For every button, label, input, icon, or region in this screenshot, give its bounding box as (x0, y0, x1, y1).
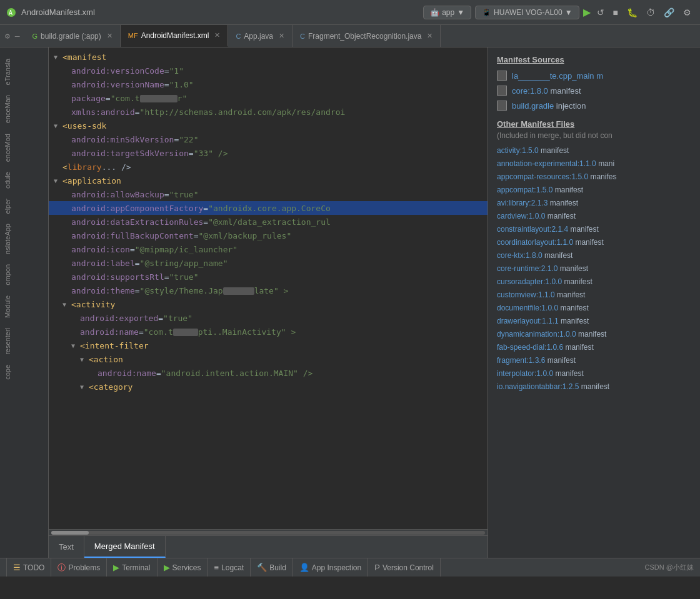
other-manifest-item[interactable]: customview:1.1.0 manifest (497, 289, 691, 300)
source-link-core[interactable]: core:1.8.0 (512, 86, 548, 96)
services-panel[interactable]: ▶ Services (158, 558, 208, 577)
sidebar-item-etransla[interactable]: eTransla (0, 54, 48, 90)
title-bar: A AndroidManifest.xml 🤖 app ▼ 📱 HUAWEI V… (0, 0, 700, 25)
profile-button[interactable]: ⏱ (644, 6, 658, 19)
inspection-icon: 👤 (299, 563, 309, 572)
tab-appjava[interactable]: C App.java ✕ (228, 25, 292, 47)
other-manifest-item[interactable]: interpolator:1.0.0 manifest (497, 368, 691, 379)
build-icon: 🔨 (257, 563, 267, 572)
tab-gradle[interactable]: G build.gradle (:app) ✕ (24, 25, 120, 47)
collapse-arrow[interactable]: ▼ (80, 384, 89, 390)
close-icon[interactable]: ✕ (427, 32, 432, 40)
toolbar: 🤖 app ▼ 📱 HUAWEI VOG-AL00 ▼ ▶ ↺ ■ 🐛 ⏱ 🔗 … (423, 6, 694, 19)
other-manifest-item[interactable]: appcompat:1.5.0 manifest (497, 184, 691, 196)
collapse-arrow[interactable]: ▼ (71, 342, 80, 349)
close-icon[interactable]: ✕ (214, 31, 220, 39)
other-manifest-item[interactable]: fragment:1.3.6 manifest (497, 355, 691, 366)
file-view-tabs: Text Merged Manifest (49, 535, 488, 558)
close-icon[interactable]: ✕ (279, 32, 284, 40)
logcat-panel[interactable]: ≡ Logcat (208, 558, 251, 577)
sidebar-item-compon[interactable]: ompon (0, 259, 48, 290)
sidebar-item-elper[interactable]: elper (0, 194, 48, 219)
sidebar-item-odule[interactable]: odule (0, 167, 48, 194)
manifest-source-item: core:1.8.0 manifest (497, 86, 691, 96)
tab-merged-manifest[interactable]: Merged Manifest (84, 536, 166, 558)
app-dropdown[interactable]: 🤖 app ▼ (423, 6, 471, 19)
sidebar-item-presenterl[interactable]: resenterl (0, 323, 48, 360)
code-line: ▼ <category (49, 380, 488, 394)
other-manifest-item[interactable]: appcompat-resources:1.5.0 manifes (497, 171, 691, 182)
app-inspection-panel[interactable]: 👤 App Inspection (293, 558, 368, 577)
other-manifest-item[interactable]: avi:library:2.1.3 manifest (497, 197, 691, 209)
code-line: android:name="android.intent.action.MAIN… (49, 366, 488, 380)
other-manifest-item[interactable]: cursoradapter:1.0.0 manifest (497, 276, 691, 287)
collapse-arrow[interactable]: ▼ (54, 122, 62, 129)
other-manifest-item[interactable]: documentfile:1.0.0 manifest (497, 302, 691, 314)
source-link-gradle[interactable]: build.gradle (512, 101, 554, 111)
other-manifest-item[interactable]: annotation-experimental:1.1.0 mani (497, 158, 691, 169)
horizontal-scrollbar[interactable] (49, 529, 488, 535)
stop-button[interactable]: ■ (611, 6, 621, 19)
services-icon: ▶ (164, 563, 170, 572)
other-manifest-item[interactable]: drawerlayout:1.1.1 manifest (497, 315, 691, 327)
other-manifest-item[interactable]: cardview:1.0.0 manifest (497, 210, 691, 222)
code-line: android:supportsRtl="true" (49, 270, 488, 284)
left-sidebar: eTransla enceMan enceMod odule elper nsl… (0, 47, 49, 558)
build-panel[interactable]: 🔨 Build (251, 558, 293, 577)
other-manifest-item[interactable]: coordinatorlayout:1.1.0 manifest (497, 237, 691, 248)
debug-button[interactable]: 🐛 (624, 6, 640, 19)
code-line: ▼ <manifest (49, 50, 488, 64)
collapse-arrow[interactable]: ▼ (62, 301, 71, 308)
sidebar-item-encemod[interactable]: enceMod (0, 129, 48, 167)
close-icon[interactable]: ✕ (107, 32, 112, 40)
code-content: ▼ <manifest android:versionCode="1" andr… (49, 47, 488, 529)
other-manifest-note: (Included in merge, but did not con (497, 131, 691, 140)
source-link-0[interactable]: la_______te.cpp_main m (512, 71, 603, 81)
other-manifest-item[interactable]: activity:1.5.0 manifest (497, 145, 691, 156)
other-manifest-item[interactable]: core-runtime:2.1.0 manifest (497, 263, 691, 274)
source-checkbox-0[interactable] (497, 71, 507, 81)
code-line: android:fullBackupContent="@xml/backup_r… (49, 229, 488, 242)
scrollbar-thumb[interactable] (51, 531, 89, 535)
vc-icon: P (374, 563, 380, 572)
device-dropdown[interactable]: 📱 HUAWEI VOG-AL00 ▼ (475, 6, 579, 19)
collapse-arrow[interactable]: ▼ (54, 177, 62, 184)
tab-manifest[interactable]: MF AndroidManifest.xml ✕ (121, 25, 229, 47)
rerun-button[interactable]: ↺ (594, 6, 607, 19)
source-checkbox-1[interactable] (497, 86, 507, 96)
sidebar-item-module[interactable]: Module (0, 290, 48, 323)
other-manifest-item[interactable]: core-ktx:1.8.0 manifest (497, 250, 691, 261)
other-manifest-item[interactable]: fab-speed-dial:1.0.6 manifest (497, 342, 691, 353)
sidebar-item-nslateapp[interactable]: nslateApp (0, 219, 48, 259)
problems-icon: ⓘ (58, 562, 66, 573)
tab-text[interactable]: Text (49, 536, 84, 558)
settings-icon[interactable]: ⚙ — (0, 25, 24, 47)
terminal-panel[interactable]: ▶ Terminal (107, 558, 157, 577)
version-control-panel[interactable]: P Version Control (368, 558, 441, 577)
main-layout: eTransla enceMan enceMod odule elper nsl… (0, 47, 700, 558)
collapse-arrow[interactable]: ▼ (80, 356, 89, 363)
chevron-down-icon: ▼ (457, 8, 464, 17)
problems-panel[interactable]: ⓘ Problems (51, 558, 107, 577)
attach-button[interactable]: 🔗 (661, 6, 677, 19)
code-line: ▼ <uses-sdk (49, 119, 488, 132)
collapse-arrow[interactable]: ▼ (54, 54, 62, 61)
run-button[interactable]: ▶ (583, 6, 591, 18)
other-manifest-item[interactable]: io.navigationtabbar:1.2.5 manifest (497, 381, 691, 392)
code-line: android:allowBackup="true" (49, 187, 488, 201)
source-checkbox-2[interactable] (497, 101, 507, 111)
code-line: android:dataExtractionRules="@xml/data_e… (49, 215, 488, 229)
settings-button[interactable]: ⚙ (681, 6, 694, 19)
code-line: <library ... /> (49, 160, 488, 174)
manifest-source-item: build.gradle injection (497, 101, 691, 111)
code-line: android:targetSdkVersion="33" /> (49, 146, 488, 160)
todo-panel[interactable]: ☰ TODO (6, 558, 51, 577)
other-manifest-title: Other Manifest Files (497, 119, 691, 129)
tab-fragment[interactable]: C Fragment_ObjectRecognition.java ✕ (292, 25, 441, 47)
other-manifest-item[interactable]: dynamicanimation:1.0.0 manifest (497, 329, 691, 340)
code-editor[interactable]: ▼ <manifest android:versionCode="1" andr… (49, 47, 488, 558)
other-manifest-item[interactable]: constraintlayout:2.1.4 manifest (497, 224, 691, 235)
sidebar-item-cope[interactable]: cope (0, 360, 48, 385)
todo-icon: ☰ (13, 563, 21, 572)
sidebar-item-enceman[interactable]: enceMan (0, 90, 48, 128)
